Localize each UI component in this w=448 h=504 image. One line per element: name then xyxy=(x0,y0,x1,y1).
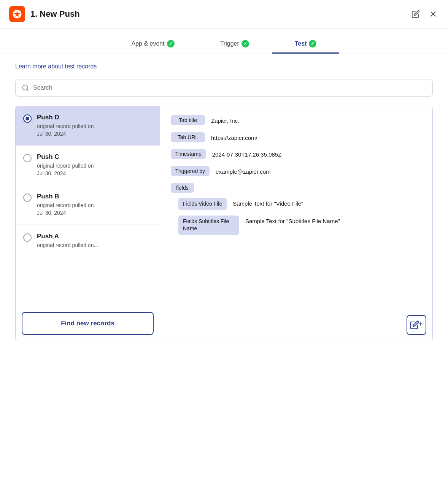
record-subtitle: original record pulled on... xyxy=(37,242,98,249)
field-value-tab-title: Zapier, Inc. xyxy=(211,115,239,125)
search-container xyxy=(15,79,433,97)
nested-field-value-video-file: Sample Text for "Video File" xyxy=(233,198,303,208)
field-label-timestamp: Timestamp xyxy=(171,149,206,159)
field-value-tab-url: https://zapier.com/ xyxy=(211,132,257,143)
field-value-timestamp: 2024-07-30T17:26:35.085Z xyxy=(212,149,282,159)
record-info: Push C original record pulled onJul 30, … xyxy=(37,153,94,177)
nested-field-video-file: Fields Video File Sample Text for "Video… xyxy=(178,198,422,210)
list-item[interactable]: Push A original record pulled on... xyxy=(16,225,160,312)
fields-group-label: fields xyxy=(171,183,194,193)
field-value-triggered-by: example@zapier.com xyxy=(216,166,270,176)
header-icons xyxy=(410,8,439,20)
tab-trigger[interactable]: Trigger ✓ xyxy=(197,36,272,54)
radio-dot xyxy=(25,117,29,120)
list-item[interactable]: Push D original record pulled onJul 30, … xyxy=(16,106,160,146)
record-info: Push A original record pulled on... xyxy=(37,233,98,249)
record-subtitle: original record pulled onJul 30, 2024 xyxy=(37,162,94,177)
find-new-records-button[interactable]: Find new records xyxy=(22,312,154,335)
tabs: App & event ✓ Trigger ✓ Test ✓ xyxy=(0,36,448,54)
svg-line-3 xyxy=(27,89,29,91)
search-input[interactable] xyxy=(33,84,426,91)
tab-test-check: ✓ xyxy=(309,40,316,48)
tab-app-event[interactable]: App & event ✓ xyxy=(109,36,197,54)
record-name: Push A xyxy=(37,233,98,240)
radio-empty xyxy=(23,193,32,202)
tab-trigger-label: Trigger xyxy=(220,40,239,47)
edit-add-button[interactable] xyxy=(407,315,426,335)
radio-selected xyxy=(23,114,32,123)
records-detail: Tab title Zapier, Inc. Tab URL https://z… xyxy=(160,106,432,341)
records-list: Push D original record pulled onJul 30, … xyxy=(16,106,160,341)
app-window: 1. New Push App & event ✓ xyxy=(0,0,448,350)
fields-section: fields Fields Video File Sample Text for… xyxy=(171,183,422,235)
record-info: Push D original record pulled onJul 30, … xyxy=(37,114,94,138)
detail-field-triggered-by: Triggered by example@zapier.com xyxy=(171,166,422,176)
records-container: Push D original record pulled onJul 30, … xyxy=(15,106,433,341)
tab-app-event-check: ✓ xyxy=(167,40,175,48)
close-button[interactable] xyxy=(427,8,439,20)
header-left: 1. New Push xyxy=(9,6,80,22)
search-icon xyxy=(22,84,29,92)
field-label-tab-title: Tab title xyxy=(171,115,205,125)
nested-field-subtitles-file: Fields Subtitles File Name Sample Text f… xyxy=(178,216,422,235)
edit-button[interactable] xyxy=(410,8,421,20)
list-bottom-area: Push A original record pulled on... Find… xyxy=(16,225,160,341)
record-subtitle: original record pulled onJul 30, 2024 xyxy=(37,123,94,138)
nested-fields: Fields Video File Sample Text for "Video… xyxy=(178,198,422,235)
detail-field-tab-url: Tab URL https://zapier.com/ xyxy=(171,132,422,143)
page-title: 1. New Push xyxy=(30,9,80,19)
record-name: Push D xyxy=(37,114,94,121)
learn-more-link[interactable]: Learn more about test records xyxy=(15,63,97,70)
tab-app-event-label: App & event xyxy=(132,40,165,47)
main-content: Learn more about test records xyxy=(0,54,448,350)
nested-field-label-subtitles-file: Fields Subtitles File Name xyxy=(178,216,239,235)
record-info: Push B original record pulled onJul 30, … xyxy=(37,193,94,217)
record-name: Push B xyxy=(37,193,94,200)
zapier-logo-icon xyxy=(12,9,22,19)
record-name: Push C xyxy=(37,153,94,161)
zapier-logo xyxy=(9,6,25,22)
detail-field-timestamp: Timestamp 2024-07-30T17:26:35.085Z xyxy=(171,149,422,159)
field-label-triggered-by: Triggered by xyxy=(171,166,210,176)
tab-trigger-check: ✓ xyxy=(241,40,249,48)
record-subtitle: original record pulled onJul 30, 2024 xyxy=(37,202,94,217)
nested-field-value-subtitles-file: Sample Text for "Subtitles File Name" xyxy=(245,216,340,226)
nested-field-label-video-file: Fields Video File xyxy=(178,198,227,210)
field-label-tab-url: Tab URL xyxy=(171,132,205,142)
tabs-section: App & event ✓ Trigger ✓ Test ✓ xyxy=(0,29,448,54)
radio-empty xyxy=(23,233,32,242)
detail-field-tab-title: Tab title Zapier, Inc. xyxy=(171,115,422,125)
list-item[interactable]: Push B original record pulled onJul 30, … xyxy=(16,185,160,225)
tab-test[interactable]: Test ✓ xyxy=(272,36,340,54)
tab-test-label: Test xyxy=(295,40,307,47)
list-item[interactable]: Push C original record pulled onJul 30, … xyxy=(16,146,160,185)
radio-empty xyxy=(23,154,32,162)
header: 1. New Push xyxy=(0,0,448,29)
